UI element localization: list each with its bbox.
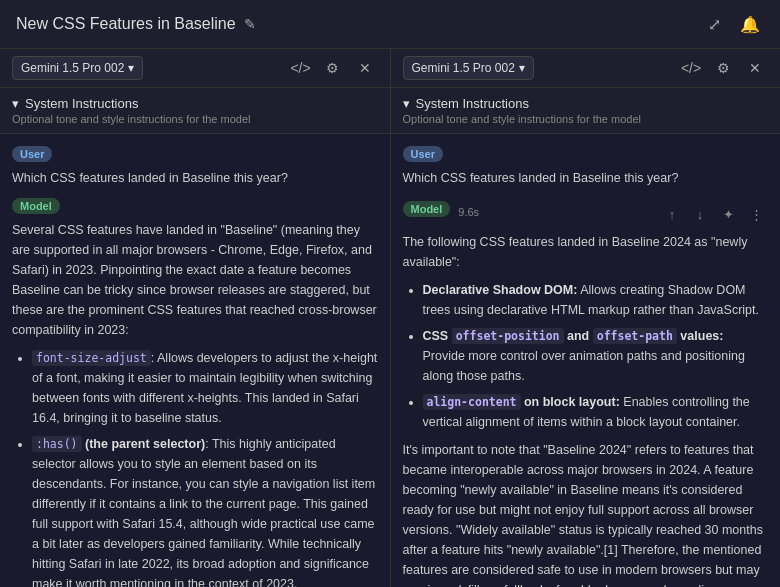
left-model-badge: Model xyxy=(12,198,60,214)
left-system-instructions[interactable]: ▾ System Instructions Optional tone and … xyxy=(0,88,390,134)
right-model-badge: Model xyxy=(403,201,451,217)
right-system-instructions[interactable]: ▾ System Instructions Optional tone and … xyxy=(391,88,781,134)
resp-more-icon[interactable]: ⋮ xyxy=(744,202,768,226)
right-content: User Which CSS features landed in Baseli… xyxy=(391,134,781,587)
bell-icon-btn[interactable]: 🔔 xyxy=(736,10,764,38)
right-model-select[interactable]: Gemini 1.5 Pro 002 ▾ xyxy=(403,56,534,80)
header: New CSS Features in Baseline ✎ ⤢ 🔔 xyxy=(0,0,780,49)
right-close-icon[interactable]: ✕ xyxy=(742,55,768,81)
right-user-message: User Which CSS features landed in Baseli… xyxy=(403,146,769,188)
right-settings-icon[interactable]: ⚙ xyxy=(710,55,736,81)
left-user-text: Which CSS features landed in Baseline th… xyxy=(12,168,378,188)
right-user-badge: User xyxy=(403,146,443,162)
left-close-icon[interactable]: ✕ xyxy=(352,55,378,81)
right-code-icon[interactable]: </> xyxy=(678,55,704,81)
right-si-title: System Instructions xyxy=(416,96,529,111)
left-content: User Which CSS features landed in Baseli… xyxy=(0,134,390,587)
left-panel: Gemini 1.5 Pro 002 ▾ </> ⚙ ✕ ▾ System In… xyxy=(0,49,391,587)
resp-down-icon[interactable]: ↓ xyxy=(688,202,712,226)
left-user-message: User Which CSS features landed in Baseli… xyxy=(12,146,378,188)
right-model-text: The following CSS features landed in Bas… xyxy=(403,232,769,587)
left-settings-icon[interactable]: ⚙ xyxy=(320,55,346,81)
left-user-badge: User xyxy=(12,146,52,162)
right-user-text: Which CSS features landed in Baseline th… xyxy=(403,168,769,188)
right-toolbar: Gemini 1.5 Pro 002 ▾ </> ⚙ ✕ xyxy=(391,49,781,88)
left-model-message: Model Several CSS features have landed i… xyxy=(12,198,378,587)
left-si-subtitle: Optional tone and style instructions for… xyxy=(12,113,378,125)
resp-star-icon[interactable]: ✦ xyxy=(716,202,740,226)
chevron-down-icon: ▾ xyxy=(128,61,134,75)
left-model-select[interactable]: Gemini 1.5 Pro 002 ▾ xyxy=(12,56,143,80)
right-si-chevron: ▾ xyxy=(403,96,410,111)
left-si-chevron: ▾ xyxy=(12,96,19,111)
right-chevron-down-icon: ▾ xyxy=(519,61,525,75)
main-area: Gemini 1.5 Pro 002 ▾ </> ⚙ ✕ ▾ System In… xyxy=(0,49,780,587)
resp-up-icon[interactable]: ↑ xyxy=(660,202,684,226)
left-model-text: Several CSS features have landed in "Bas… xyxy=(12,220,378,587)
left-toolbar: Gemini 1.5 Pro 002 ▾ </> ⚙ ✕ xyxy=(0,49,390,88)
right-model-time: 9.6s xyxy=(458,206,479,218)
right-panel: Gemini 1.5 Pro 002 ▾ </> ⚙ ✕ ▾ System In… xyxy=(391,49,781,587)
right-model-message: Model 9.6s ↑ ↓ ✦ ⋮ The following CSS fea… xyxy=(403,198,769,587)
page-title: New CSS Features in Baseline xyxy=(16,15,236,33)
edit-icon[interactable]: ✎ xyxy=(244,16,256,32)
right-si-subtitle: Optional tone and style instructions for… xyxy=(403,113,769,125)
left-code-icon[interactable]: </> xyxy=(288,55,314,81)
share-icon-btn[interactable]: ⤢ xyxy=(700,10,728,38)
left-si-title: System Instructions xyxy=(25,96,138,111)
